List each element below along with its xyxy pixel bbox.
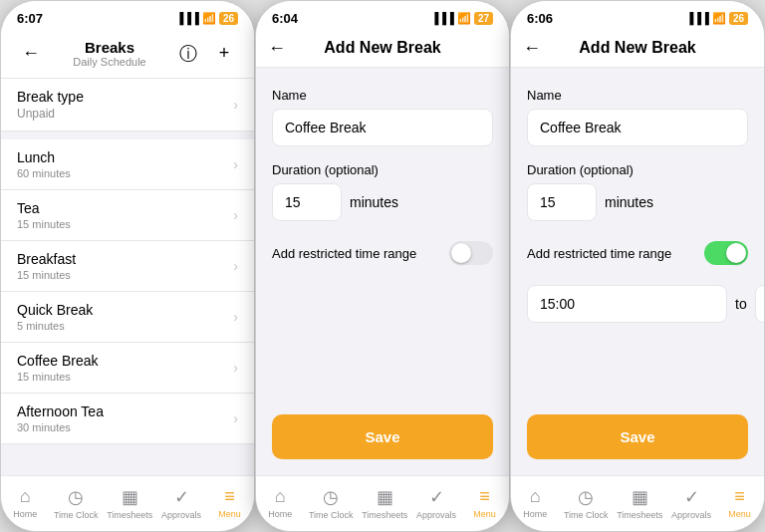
phone-3: 6:06 ▐▐▐ 📶 26 ← Add New Break Name Durat… [510,0,765,532]
status-bar-1: 6:07 ▐▐▐ 📶 26 [1,1,254,31]
chevron-icon: › [233,309,238,325]
back-button-2[interactable]: ← [268,38,286,59]
time-from-input[interactable] [527,285,727,323]
break-type-label: Break type [17,89,84,105]
nav-timeclock[interactable]: ◷ Time Clock [309,486,354,520]
signal-icon: ▐▐▐ [175,12,198,24]
timesheets-icon: ▦ [377,486,393,508]
battery-badge-2: 27 [474,12,493,25]
signal-icon: ▐▐▐ [685,12,708,24]
chevron-icon: › [233,156,238,172]
duration-label-3: Duration (optional) [527,162,748,177]
duration-group-3: Duration (optional) minutes [527,162,748,221]
name-group-3: Name [527,88,748,146]
timesheets-icon: ▦ [122,486,138,508]
battery-badge-1: 26 [219,12,238,25]
nav-timeclock[interactable]: ◷ Time Clock [564,486,609,520]
time-3: 6:06 [527,11,553,26]
name-input-3[interactable] [527,109,748,146]
section-spacer [1,132,254,139]
battery-badge-3: 26 [729,12,748,25]
nav-approvals[interactable]: ✓ Approvals [416,486,456,520]
info-button[interactable]: ⓘ [174,40,202,68]
list-item[interactable]: Afternoon Tea 30 minutes › [1,394,254,444]
home-icon: ⌂ [20,486,31,507]
time-to-input[interactable] [755,285,764,323]
nav-label: Home [523,509,547,519]
breaks-subtitle: Daily Schedule [73,56,145,68]
save-button-3[interactable]: Save [527,414,748,459]
name-label-3: Name [527,88,748,103]
clock-icon: ◷ [323,486,339,508]
menu-icon: ≡ [479,486,490,507]
add-break-header-2: ← Add New Break [256,31,509,68]
add-break-title-2: Add New Break [324,39,440,57]
toggle-switch-2[interactable] [449,241,493,265]
breaks-title: Breaks [73,39,145,56]
back-button-1[interactable]: ← [17,40,45,68]
toggle-label-3: Add restricted time range [527,246,671,261]
save-button-2[interactable]: Save [272,414,493,459]
duration-unit-3: minutes [605,194,653,210]
wifi-icon: 📶 [457,12,471,25]
list-item[interactable]: Tea 15 minutes › [1,190,254,241]
clock-icon: ◷ [578,486,594,508]
status-icons-3: ▐▐▐ 📶 26 [685,12,748,25]
nav-menu[interactable]: ≡ Menu [720,486,760,519]
break-type-item[interactable]: Break type Unpaid › [1,79,254,132]
nav-home[interactable]: ⌂ Home [515,486,555,519]
nav-home-label: Home [13,509,37,519]
wifi-icon: 📶 [712,12,726,25]
back-button-3[interactable]: ← [523,38,541,59]
duration-input-2[interactable] [272,183,342,221]
nav-timesheets-label: Timesheets [107,510,152,520]
add-button[interactable]: + [210,40,238,68]
nav-home[interactable]: ⌂ Home [5,486,45,519]
break-name: Quick Break [17,302,93,318]
break-duration: 60 minutes [17,167,71,179]
nav-timesheets[interactable]: ▦ Timesheets [107,486,152,520]
form-content-2: Name Duration (optional) minutes Add res… [256,68,509,402]
nav-menu[interactable]: ≡ Menu [465,486,505,519]
name-label-2: Name [272,88,493,103]
name-group: Name [272,88,493,146]
nav-timesheets[interactable]: ▦ Timesheets [362,486,407,520]
status-bar-3: 6:06 ▐▐▐ 📶 26 [511,1,764,31]
add-break-header-3: ← Add New Break [511,31,764,68]
nav-approvals[interactable]: ✓ Approvals [161,486,201,520]
nav-home[interactable]: ⌂ Home [260,486,300,519]
list-item[interactable]: Lunch 60 minutes › [1,139,254,190]
nav-approvals[interactable]: ✓ Approvals [671,486,711,520]
break-duration: 15 minutes [17,218,71,230]
nav-label: Time Clock [309,510,354,520]
chevron-icon: › [233,360,238,376]
nav-timeclock[interactable]: ◷ Time Clock [54,486,99,520]
form-content-3: Name Duration (optional) minutes Add res… [511,68,764,402]
toggle-switch-3[interactable] [704,241,748,265]
nav-menu[interactable]: ≡ Menu [210,486,250,519]
duration-input-3[interactable] [527,183,597,221]
toggle-label-2: Add restricted time range [272,246,416,261]
list-item[interactable]: Breakfast 15 minutes › [1,241,254,292]
breaks-header: ← Breaks Daily Schedule ⓘ + [1,31,254,79]
wifi-icon: 📶 [202,12,216,25]
menu-icon: ≡ [224,486,235,507]
break-duration: 15 minutes [17,371,98,383]
phone-2: 6:04 ▐▐▐ 📶 27 ← Add New Break Name Durat… [255,0,510,532]
name-input-2[interactable] [272,109,493,146]
nav-timesheets[interactable]: ▦ Timesheets [617,486,662,520]
list-item[interactable]: Coffee Break 15 minutes › [1,343,254,394]
breaks-list: Break type Unpaid › Lunch 60 minutes › T… [1,79,254,475]
chevron-icon: › [233,258,238,274]
chevron-icon: › [233,410,238,426]
time-1: 6:07 [17,11,43,26]
nav-label: Approvals [416,510,456,520]
timesheets-icon: ▦ [632,486,648,508]
time-2: 6:04 [272,11,298,26]
signal-icon: ▐▐▐ [430,12,453,24]
duration-row: minutes [272,183,493,221]
list-item[interactable]: Quick Break 5 minutes › [1,292,254,343]
approvals-icon: ✓ [684,486,699,508]
phone-1: 6:07 ▐▐▐ 📶 26 ← Breaks Daily Schedule ⓘ … [0,0,255,532]
nav-label: Menu [728,509,751,519]
